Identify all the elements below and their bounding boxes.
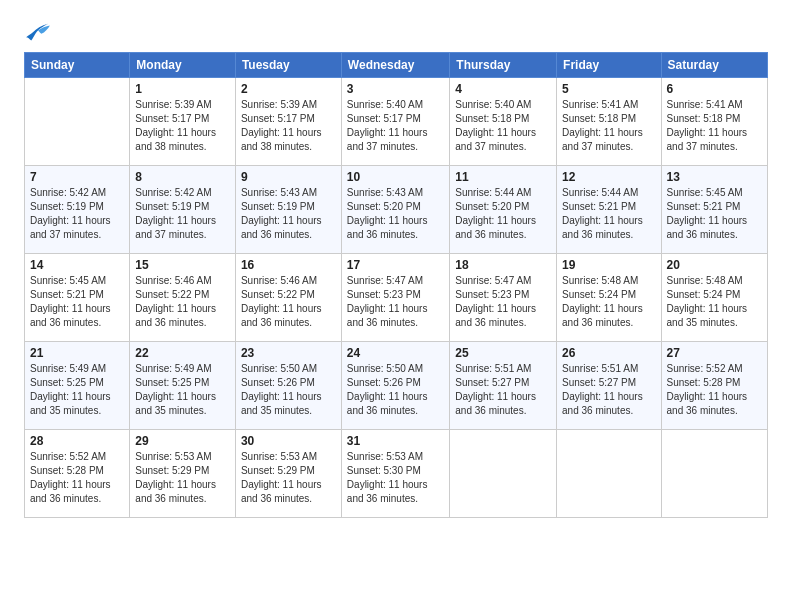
calendar-cell <box>661 430 767 518</box>
day-number: 29 <box>135 434 230 448</box>
day-info: Sunrise: 5:48 AMSunset: 5:24 PMDaylight:… <box>562 274 655 330</box>
calendar-cell: 29Sunrise: 5:53 AMSunset: 5:29 PMDayligh… <box>130 430 236 518</box>
day-info: Sunrise: 5:51 AMSunset: 5:27 PMDaylight:… <box>562 362 655 418</box>
weekday-header-tuesday: Tuesday <box>235 53 341 78</box>
day-info: Sunrise: 5:39 AMSunset: 5:17 PMDaylight:… <box>135 98 230 154</box>
day-info: Sunrise: 5:53 AMSunset: 5:29 PMDaylight:… <box>241 450 336 506</box>
calendar-week-3: 14Sunrise: 5:45 AMSunset: 5:21 PMDayligh… <box>25 254 768 342</box>
day-info: Sunrise: 5:51 AMSunset: 5:27 PMDaylight:… <box>455 362 551 418</box>
day-number: 15 <box>135 258 230 272</box>
calendar-week-4: 21Sunrise: 5:49 AMSunset: 5:25 PMDayligh… <box>25 342 768 430</box>
calendar-cell <box>557 430 661 518</box>
day-info: Sunrise: 5:41 AMSunset: 5:18 PMDaylight:… <box>667 98 762 154</box>
day-number: 10 <box>347 170 444 184</box>
day-number: 12 <box>562 170 655 184</box>
day-number: 28 <box>30 434 124 448</box>
day-number: 9 <box>241 170 336 184</box>
day-number: 3 <box>347 82 444 96</box>
calendar-cell: 1Sunrise: 5:39 AMSunset: 5:17 PMDaylight… <box>130 78 236 166</box>
day-info: Sunrise: 5:42 AMSunset: 5:19 PMDaylight:… <box>135 186 230 242</box>
day-number: 26 <box>562 346 655 360</box>
day-number: 13 <box>667 170 762 184</box>
day-info: Sunrise: 5:53 AMSunset: 5:29 PMDaylight:… <box>135 450 230 506</box>
day-number: 25 <box>455 346 551 360</box>
calendar-cell: 5Sunrise: 5:41 AMSunset: 5:18 PMDaylight… <box>557 78 661 166</box>
day-info: Sunrise: 5:43 AMSunset: 5:19 PMDaylight:… <box>241 186 336 242</box>
day-number: 17 <box>347 258 444 272</box>
day-info: Sunrise: 5:48 AMSunset: 5:24 PMDaylight:… <box>667 274 762 330</box>
day-number: 11 <box>455 170 551 184</box>
calendar-cell: 12Sunrise: 5:44 AMSunset: 5:21 PMDayligh… <box>557 166 661 254</box>
day-info: Sunrise: 5:44 AMSunset: 5:21 PMDaylight:… <box>562 186 655 242</box>
calendar-table: SundayMondayTuesdayWednesdayThursdayFrid… <box>24 52 768 518</box>
day-info: Sunrise: 5:43 AMSunset: 5:20 PMDaylight:… <box>347 186 444 242</box>
header <box>24 18 768 44</box>
calendar-cell <box>450 430 557 518</box>
day-info: Sunrise: 5:40 AMSunset: 5:17 PMDaylight:… <box>347 98 444 154</box>
day-number: 21 <box>30 346 124 360</box>
calendar-cell: 7Sunrise: 5:42 AMSunset: 5:19 PMDaylight… <box>25 166 130 254</box>
calendar-cell: 27Sunrise: 5:52 AMSunset: 5:28 PMDayligh… <box>661 342 767 430</box>
day-number: 1 <box>135 82 230 96</box>
day-info: Sunrise: 5:52 AMSunset: 5:28 PMDaylight:… <box>667 362 762 418</box>
day-info: Sunrise: 5:46 AMSunset: 5:22 PMDaylight:… <box>135 274 230 330</box>
day-number: 18 <box>455 258 551 272</box>
calendar-cell: 31Sunrise: 5:53 AMSunset: 5:30 PMDayligh… <box>341 430 449 518</box>
calendar-cell: 24Sunrise: 5:50 AMSunset: 5:26 PMDayligh… <box>341 342 449 430</box>
day-number: 7 <box>30 170 124 184</box>
calendar-cell: 16Sunrise: 5:46 AMSunset: 5:22 PMDayligh… <box>235 254 341 342</box>
day-info: Sunrise: 5:50 AMSunset: 5:26 PMDaylight:… <box>241 362 336 418</box>
day-number: 6 <box>667 82 762 96</box>
day-info: Sunrise: 5:49 AMSunset: 5:25 PMDaylight:… <box>135 362 230 418</box>
day-number: 22 <box>135 346 230 360</box>
calendar-header-row: SundayMondayTuesdayWednesdayThursdayFrid… <box>25 53 768 78</box>
calendar-cell: 6Sunrise: 5:41 AMSunset: 5:18 PMDaylight… <box>661 78 767 166</box>
calendar-cell: 22Sunrise: 5:49 AMSunset: 5:25 PMDayligh… <box>130 342 236 430</box>
calendar-cell: 20Sunrise: 5:48 AMSunset: 5:24 PMDayligh… <box>661 254 767 342</box>
calendar-cell: 3Sunrise: 5:40 AMSunset: 5:17 PMDaylight… <box>341 78 449 166</box>
day-number: 5 <box>562 82 655 96</box>
calendar-cell: 17Sunrise: 5:47 AMSunset: 5:23 PMDayligh… <box>341 254 449 342</box>
calendar-cell: 8Sunrise: 5:42 AMSunset: 5:19 PMDaylight… <box>130 166 236 254</box>
day-info: Sunrise: 5:52 AMSunset: 5:28 PMDaylight:… <box>30 450 124 506</box>
calendar-cell: 11Sunrise: 5:44 AMSunset: 5:20 PMDayligh… <box>450 166 557 254</box>
weekday-header-saturday: Saturday <box>661 53 767 78</box>
weekday-header-sunday: Sunday <box>25 53 130 78</box>
calendar-cell: 14Sunrise: 5:45 AMSunset: 5:21 PMDayligh… <box>25 254 130 342</box>
day-info: Sunrise: 5:47 AMSunset: 5:23 PMDaylight:… <box>455 274 551 330</box>
day-number: 2 <box>241 82 336 96</box>
calendar-cell: 19Sunrise: 5:48 AMSunset: 5:24 PMDayligh… <box>557 254 661 342</box>
day-number: 4 <box>455 82 551 96</box>
weekday-header-thursday: Thursday <box>450 53 557 78</box>
calendar-cell: 13Sunrise: 5:45 AMSunset: 5:21 PMDayligh… <box>661 166 767 254</box>
calendar-cell <box>25 78 130 166</box>
day-number: 30 <box>241 434 336 448</box>
day-number: 8 <box>135 170 230 184</box>
calendar-week-5: 28Sunrise: 5:52 AMSunset: 5:28 PMDayligh… <box>25 430 768 518</box>
calendar-week-2: 7Sunrise: 5:42 AMSunset: 5:19 PMDaylight… <box>25 166 768 254</box>
calendar-cell: 21Sunrise: 5:49 AMSunset: 5:25 PMDayligh… <box>25 342 130 430</box>
calendar-cell: 9Sunrise: 5:43 AMSunset: 5:19 PMDaylight… <box>235 166 341 254</box>
calendar-cell: 10Sunrise: 5:43 AMSunset: 5:20 PMDayligh… <box>341 166 449 254</box>
calendar-cell: 26Sunrise: 5:51 AMSunset: 5:27 PMDayligh… <box>557 342 661 430</box>
calendar-cell: 23Sunrise: 5:50 AMSunset: 5:26 PMDayligh… <box>235 342 341 430</box>
day-info: Sunrise: 5:49 AMSunset: 5:25 PMDaylight:… <box>30 362 124 418</box>
page: SundayMondayTuesdayWednesdayThursdayFrid… <box>0 0 792 612</box>
day-number: 14 <box>30 258 124 272</box>
weekday-header-friday: Friday <box>557 53 661 78</box>
day-info: Sunrise: 5:42 AMSunset: 5:19 PMDaylight:… <box>30 186 124 242</box>
day-number: 23 <box>241 346 336 360</box>
calendar-cell: 30Sunrise: 5:53 AMSunset: 5:29 PMDayligh… <box>235 430 341 518</box>
day-number: 27 <box>667 346 762 360</box>
day-info: Sunrise: 5:41 AMSunset: 5:18 PMDaylight:… <box>562 98 655 154</box>
day-info: Sunrise: 5:45 AMSunset: 5:21 PMDaylight:… <box>30 274 124 330</box>
calendar-week-1: 1Sunrise: 5:39 AMSunset: 5:17 PMDaylight… <box>25 78 768 166</box>
calendar-cell: 18Sunrise: 5:47 AMSunset: 5:23 PMDayligh… <box>450 254 557 342</box>
logo-bird-icon <box>24 22 52 44</box>
day-number: 16 <box>241 258 336 272</box>
day-info: Sunrise: 5:47 AMSunset: 5:23 PMDaylight:… <box>347 274 444 330</box>
calendar-cell: 15Sunrise: 5:46 AMSunset: 5:22 PMDayligh… <box>130 254 236 342</box>
day-info: Sunrise: 5:46 AMSunset: 5:22 PMDaylight:… <box>241 274 336 330</box>
day-info: Sunrise: 5:50 AMSunset: 5:26 PMDaylight:… <box>347 362 444 418</box>
day-number: 19 <box>562 258 655 272</box>
